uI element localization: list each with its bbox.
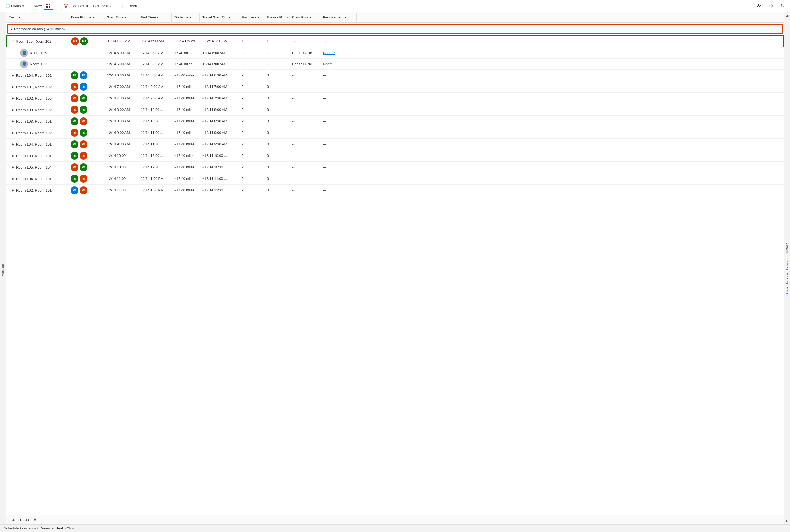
- col-header-start[interactable]: Start Time ▾: [104, 13, 138, 22]
- right-panel-expand-btn[interactable]: ▶: [784, 517, 790, 525]
- cell-team: ▶ Room 105, Room 102: [6, 131, 68, 135]
- cell-team-label: Room 105: [30, 51, 47, 55]
- req-link[interactable]: Room 2: [323, 51, 335, 55]
- table-row[interactable]: ▶ Room 103, Room 102 R1 R1 12/14 8:00 AM…: [6, 104, 784, 116]
- cell-distance: ~17.40 miles: [171, 95, 200, 102]
- col-header-team[interactable]: Team ▾: [6, 13, 68, 22]
- row-expand-icon[interactable]: ▶: [12, 165, 14, 169]
- row-expand-icon[interactable]: ▶: [12, 119, 14, 123]
- table-row[interactable]: ▾ Room 105, Room 102 R1 R1 12/14 6:00 AM…: [6, 35, 784, 48]
- right-panel-collapse-btn[interactable]: ◀: [784, 12, 790, 20]
- right-panel-content: Details Create Resource Booking: [784, 20, 790, 517]
- cell-excess: 0: [264, 129, 289, 136]
- cell-excess: ---: [264, 60, 289, 68]
- req-link[interactable]: Room 1: [323, 62, 335, 66]
- pagination-down-button[interactable]: ▼: [31, 517, 39, 523]
- cell-crew: ---: [289, 164, 320, 171]
- table-row[interactable]: ▶ Room 103, Room 101 R1 R1 12/14 10:00 .…: [6, 150, 784, 162]
- cell-travel: ~12/14 10:30 ...: [200, 164, 239, 171]
- table-row[interactable]: 👤 Room 102 --- 12/14 6:00 AM 12/14 8:00 …: [6, 59, 784, 70]
- cell-req[interactable]: Room 2: [320, 49, 356, 57]
- row-expand-icon[interactable]: ▶: [12, 73, 14, 77]
- cell-crew: ---: [289, 129, 320, 136]
- cell-travel: 12/14 6:00 AM: [200, 60, 239, 68]
- right-panel-create-label[interactable]: Create Resource Booking: [786, 259, 789, 294]
- table-row[interactable]: ▶ Room 103, Room 101 R1 R1 12/14 8:30 AM…: [6, 116, 784, 127]
- row-expand-icon[interactable]: ▶: [12, 142, 14, 146]
- cell-travel: ~12/14 11:30 ...: [200, 187, 239, 194]
- cell-team: ▾ Room 105, Room 102: [7, 39, 68, 43]
- cell-crew: Health Clinic: [289, 60, 320, 68]
- cell-members: 2: [239, 141, 264, 148]
- table-row[interactable]: ▶ Room 104, Room 102 R1 R1 12/14 6:30 AM…: [6, 70, 784, 81]
- col-crew-sort-icon: ▾: [310, 16, 311, 19]
- cell-end: 12/14 12:30 ...: [138, 164, 171, 171]
- col-members-label: Members: [242, 15, 257, 19]
- col-header-excess[interactable]: Excess M... ▾: [264, 13, 289, 22]
- cell-team-label: Room 105, Room 102: [16, 39, 51, 43]
- grid-icon: [46, 4, 51, 8]
- col-header-distance[interactable]: Distance ▾: [171, 13, 200, 22]
- col-header-end[interactable]: End Time ▾: [138, 13, 171, 22]
- row-expand-icon[interactable]: ▶: [12, 188, 14, 192]
- right-panel: ◀ Details Create Resource Booking ▶: [784, 12, 790, 525]
- cell-travel: ~12/14 7:00 AM: [200, 83, 239, 91]
- col-end-label: End Time: [141, 15, 156, 19]
- grid-view-button[interactable]: [44, 2, 53, 10]
- cell-team-label: Room 103, Room 102: [16, 108, 52, 112]
- cell-distance: ~17.40 miles: [171, 175, 200, 183]
- cell-end: 12/14 9:30 AM: [138, 95, 171, 102]
- col-photos-label: Team Photos: [71, 15, 91, 19]
- next-button[interactable]: ›: [113, 3, 118, 9]
- table-row[interactable]: ▶ Room 101, Room 102 R1 R1 12/14 7:00 AM…: [6, 81, 784, 93]
- table-row[interactable]: ▶ Room 105, Room 104 R1 R1 12/14 10:30 .…: [6, 162, 784, 173]
- cell-travel: ~12/14 9:30 AM: [200, 141, 239, 148]
- col-header-members[interactable]: Members ▾: [239, 13, 264, 22]
- col-header-crew[interactable]: Crew/Pool ▾: [289, 13, 320, 22]
- row-expand-icon[interactable]: ▶: [12, 177, 14, 181]
- row-expand-icon[interactable]: ▶: [12, 96, 14, 100]
- cell-end: 12/14 8:00 AM: [138, 60, 171, 68]
- row-expand-icon[interactable]: ▶: [12, 131, 14, 135]
- settings-button[interactable]: ⚙: [767, 2, 775, 10]
- table-row[interactable]: ▶ Room 102, Room 105 R1 R1 12/14 7:30 AM…: [6, 93, 784, 104]
- group-row-redmond[interactable]: ▾ Redmond: 24 min (14.91 miles): [7, 24, 783, 34]
- cell-req: ---: [320, 83, 356, 91]
- table-row[interactable]: ▶ Room 104, Room 101 R1 R1 12/14 11:00 .…: [6, 173, 784, 185]
- avatar: R1: [80, 94, 88, 102]
- hours-button[interactable]: 🕐 Hours ▾: [3, 3, 26, 9]
- cell-distance: ~17.40 miles: [171, 106, 200, 113]
- visibility-button[interactable]: 👁: [754, 2, 764, 10]
- col-crew-label: Crew/Pool: [292, 15, 309, 19]
- cell-team: ▶ Room 103, Room 101: [6, 154, 68, 158]
- cell-photos: R1 R1: [68, 139, 104, 150]
- cell-distance: 17.40 miles: [171, 60, 200, 68]
- row-expand-icon[interactable]: ▶: [12, 85, 14, 89]
- filter-view-panel[interactable]: Filter View: [0, 12, 6, 525]
- avatar: R1: [71, 117, 78, 125]
- row-expand-icon[interactable]: ▶: [12, 108, 14, 112]
- cell-members: 2: [239, 72, 264, 79]
- cell-team-label: Room 105, Room 102: [16, 131, 52, 135]
- table-row[interactable]: ▶ Room 105, Room 102 R1 R1 12/14 9:00 AM…: [6, 127, 784, 139]
- col-header-travel[interactable]: Travel Start Ti... ▾: [200, 13, 239, 22]
- col-excess-label: Excess M...: [267, 15, 285, 19]
- book-button[interactable]: Book: [126, 3, 139, 9]
- table-row[interactable]: 👤 Room 105 --- 12/14 6:00 AM 12/14 8:00 …: [6, 48, 784, 59]
- col-header-photos[interactable]: Team Photos ▾: [68, 13, 104, 22]
- pagination-up-button[interactable]: ▲: [10, 517, 17, 523]
- table-row[interactable]: ▶ Room 104, Room 101 R1 R1 12/14 9:30 AM…: [6, 139, 784, 150]
- table-row[interactable]: ▶ Room 102, Room 101 R1 R1 12/14 11:30 .…: [6, 185, 784, 196]
- cell-photos: R1 R1: [68, 93, 104, 104]
- cell-crew: ---: [289, 141, 320, 148]
- cell-end: 12/14 8:00 AM: [138, 49, 171, 57]
- col-header-req[interactable]: Requirement ▾: [320, 13, 356, 22]
- row-expand-icon[interactable]: ▾: [12, 39, 14, 43]
- prev-button[interactable]: ‹: [55, 3, 61, 9]
- cell-req[interactable]: Room 1: [320, 60, 356, 68]
- refresh-button[interactable]: ↻: [778, 2, 787, 10]
- avatar: R1: [80, 83, 88, 91]
- calendar-icon: 📅: [63, 3, 69, 9]
- row-expand-icon[interactable]: ▶: [12, 154, 14, 158]
- cell-distance: ~17.40 miles: [172, 38, 200, 45]
